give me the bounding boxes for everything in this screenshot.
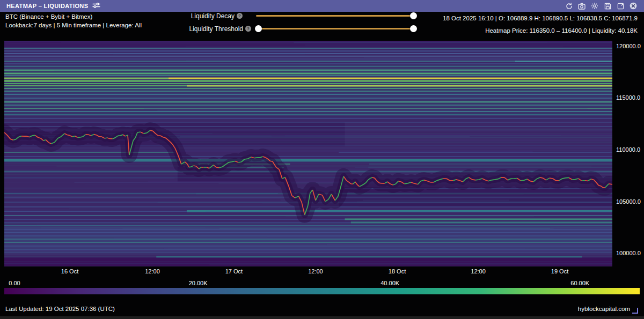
x-tick-label: 12:00 [308, 268, 323, 275]
y-tick-label: 105000.0 [616, 198, 641, 205]
site-watermark: hyblockcapital.com [578, 306, 630, 312]
window-bottom-edge [0, 316, 644, 319]
y-tick-label: 120000.0 [616, 43, 641, 49]
title-bar[interactable]: HEATMAP – LIQUIDATIONS [0, 0, 644, 12]
ohlc-info: 18 Oct 2025 16:10 | O: 106889.9 H: 10689… [443, 12, 638, 37]
y-tick-label: 110000.0 [616, 146, 640, 153]
heatmap-canvas[interactable] [4, 41, 612, 266]
x-tick-label: 16 Oct [61, 268, 78, 275]
hover-liquidity-line: Heatmap Price: 116350.0 – 116400.0 | Liq… [443, 25, 638, 37]
ohlc-line: 18 Oct 2025 16:10 | O: 106889.9 H: 10689… [443, 12, 638, 25]
save-icon[interactable] [603, 2, 612, 10]
colorbar-tick-label: 60.00K [570, 280, 589, 286]
app-window: HEATMAP – LIQUIDATIONS [0, 0, 644, 319]
page-title: HEATMAP – LIQUIDATIONS [6, 3, 88, 9]
x-tick-label: 12:00 [145, 268, 160, 275]
decay-info-icon[interactable]: ? [237, 13, 243, 19]
close-icon[interactable] [629, 2, 638, 10]
colorbar-tick-label: 20.00K [189, 280, 208, 286]
refresh-icon[interactable] [565, 2, 573, 10]
x-tick-label: 18 Oct [389, 268, 406, 275]
decay-slider-handle[interactable] [410, 12, 417, 19]
threshold-slider-handle-left[interactable] [255, 25, 262, 32]
threshold-slider-handle-right[interactable] [410, 25, 417, 32]
x-tick-label: 12:00 [471, 268, 486, 275]
colorbar-tick-label: 0.00 [9, 280, 20, 286]
titlebar-actions [565, 2, 638, 10]
threshold-info-icon[interactable]: ? [245, 26, 251, 32]
resize-corner-icon[interactable] [632, 308, 638, 314]
x-tick-label: 17 Oct [225, 268, 243, 275]
colorbar-scale[interactable] [4, 288, 640, 294]
settings-icon[interactable] [590, 2, 599, 10]
liquidity-decay-label: Liquidity Decay [181, 12, 235, 20]
y-tick-label: 115000.0 [616, 94, 640, 101]
last-updated-text: Last Updated: 19 Oct 2025 07:36 (UTC) [5, 306, 115, 312]
filters-icon[interactable] [92, 1, 100, 11]
symbol-exchanges: BTC (Binance + Bybit + Bitmex) [5, 12, 142, 21]
symbol-info: BTC (Binance + Bybit + Bitmex) Lookback:… [5, 12, 142, 29]
x-tick-label: 19 Oct [551, 268, 568, 275]
camera-icon[interactable] [577, 2, 586, 10]
liquidity-threshold-slider[interactable] [258, 28, 413, 29]
colorbar-tick-label: 40.00K [380, 280, 399, 286]
fullscreen-icon[interactable] [616, 2, 625, 10]
y-tick-label: 100000.0 [616, 250, 641, 256]
liquidity-threshold-label: Liquidity Threshold [181, 25, 243, 33]
liquidity-decay-slider[interactable] [256, 15, 413, 17]
lookback-settings: Lookback:7 days | 5 Min timeframe | Leve… [5, 21, 142, 29]
